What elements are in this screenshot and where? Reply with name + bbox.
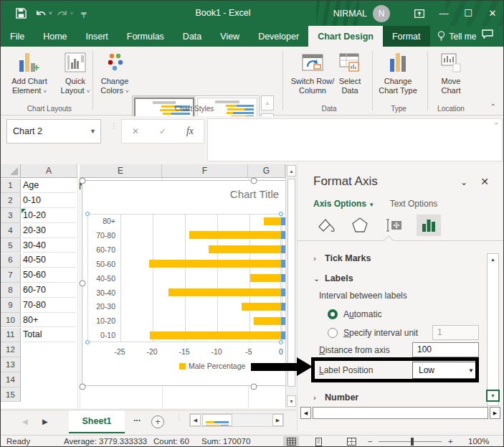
zoom-out-icon[interactable]: − <box>368 437 373 446</box>
bar-female-20-30[interactable] <box>281 303 285 311</box>
bar-female-70-80[interactable] <box>281 231 285 239</box>
more-sheets[interactable]: ... <box>133 413 141 423</box>
row-header-1[interactable]: 1 <box>1 179 21 194</box>
bar-female-80+[interactable] <box>281 217 285 225</box>
specify-interval-input[interactable]: 1 <box>432 325 479 340</box>
pane-close-icon[interactable]: ✕ <box>480 176 489 187</box>
pane-scroll-up-icon[interactable]: ▲ <box>488 255 498 265</box>
bar-male-60-70[interactable] <box>209 245 281 253</box>
cell-A1[interactable]: Age <box>23 179 76 194</box>
avatar[interactable]: N <box>373 5 390 22</box>
pane-scroll-down-icon[interactable]: ▼ <box>486 390 500 402</box>
section-tick-marks[interactable]: ›Tick Marks <box>313 253 371 263</box>
row-header-12[interactable]: 12 <box>1 342 21 357</box>
row-header-8[interactable]: 8 <box>1 283 21 298</box>
row-header-4[interactable]: 4 <box>1 223 21 238</box>
tab-format[interactable]: Format <box>383 26 430 47</box>
page-layout-view-icon[interactable] <box>310 436 326 447</box>
column-header-E[interactable]: E <box>80 164 162 178</box>
bar-female-10-20[interactable] <box>281 317 285 325</box>
tab-data[interactable]: Data <box>173 26 211 47</box>
cell-A9[interactable]: 70-80 <box>23 298 76 313</box>
ribbon-display-options-icon[interactable] <box>407 1 432 26</box>
chart-title[interactable]: Chart Title <box>186 188 296 200</box>
undo-dropdown-caret[interactable]: ˅ <box>49 10 52 17</box>
row-header-2[interactable]: 2 <box>1 193 21 208</box>
next-sheet-icon[interactable]: ▶ <box>42 418 48 425</box>
row-header-9[interactable]: 9 <box>1 298 21 313</box>
switch-row-column-button[interactable]: Switch Row/ Column <box>290 50 336 95</box>
name-box[interactable]: Chart 2 ▼ <box>6 119 101 143</box>
prev-sheet-icon[interactable]: ◀ <box>22 418 28 425</box>
comment-icon[interactable] <box>482 29 493 41</box>
tab-axis-options[interactable]: Axis Options ▼ <box>313 199 374 209</box>
minimize-button[interactable]: — <box>432 1 456 26</box>
row-header-7[interactable]: 7 <box>1 268 21 283</box>
scroll-up-icon[interactable]: ▲ <box>287 165 296 177</box>
cancel-formula-icon[interactable]: ✕ <box>132 126 139 136</box>
tab-formulas[interactable]: Formulas <box>118 26 173 47</box>
effects-icon[interactable] <box>348 215 372 236</box>
size-properties-icon[interactable] <box>382 215 406 236</box>
status-sum[interactable]: Sum: 170070 <box>201 437 250 446</box>
row-header-13[interactable]: 13 <box>1 357 21 372</box>
automatic-radio[interactable] <box>328 309 338 319</box>
row-header-11[interactable]: 11 <box>1 328 21 343</box>
row-header-15[interactable]: 15 <box>1 387 21 403</box>
redo-icon[interactable] <box>54 5 71 22</box>
scroll-left-icon[interactable]: ◀ <box>190 414 201 426</box>
column-header-G[interactable]: G <box>248 164 285 178</box>
quick-layout-button[interactable]: Quick Layout ˅ <box>52 50 98 96</box>
select-data-button[interactable]: Select Data <box>332 50 368 95</box>
chart-handle[interactable] <box>80 281 86 287</box>
bar-female-30-40[interactable] <box>281 288 285 296</box>
chart-handle[interactable] <box>80 384 86 390</box>
bar-male-30-40[interactable] <box>168 288 282 296</box>
worksheet-hscrollbar[interactable]: ◀ ▶ <box>189 413 284 427</box>
cell-A2[interactable]: 0-10 <box>23 193 76 208</box>
tab-home[interactable]: Home <box>34 26 76 47</box>
bar-male-70-80[interactable] <box>189 231 281 239</box>
specify-interval-radio[interactable] <box>328 328 338 338</box>
page-break-view-icon[interactable] <box>343 436 359 447</box>
column-header-F[interactable]: F <box>162 164 248 178</box>
bar-female-50-60[interactable] <box>281 260 285 268</box>
redo-dropdown-caret[interactable]: ˅ <box>70 10 74 17</box>
cell-A7[interactable]: 50-60 <box>23 268 76 283</box>
tab-chart-design[interactable]: Chart Design <box>308 26 383 47</box>
section-labels[interactable]: ⌄Labels <box>313 273 353 283</box>
cell-A3[interactable]: 10-20 <box>23 208 76 223</box>
distance-from-axis-input[interactable]: 100 <box>412 342 479 357</box>
zoom-slider-thumb[interactable] <box>411 438 414 446</box>
cell-A11[interactable]: Total <box>23 328 76 343</box>
fill-line-icon[interactable] <box>313 215 338 236</box>
tab-tell-me[interactable]: Tell me <box>430 26 484 47</box>
cell-A10[interactable]: 80+ <box>23 313 76 328</box>
add-chart-element-button[interactable]: + Add Chart Element ˅ <box>6 50 52 96</box>
normal-view-icon[interactable] <box>283 436 299 447</box>
tab-view[interactable]: View <box>211 26 249 47</box>
tab-insert[interactable]: Insert <box>77 26 118 47</box>
close-button[interactable]: ✕ <box>480 1 504 26</box>
save-icon[interactable] <box>12 5 29 22</box>
row-header-5[interactable]: 5 <box>1 238 21 253</box>
zoom-slider[interactable] <box>379 441 442 442</box>
undo-icon[interactable] <box>32 5 49 22</box>
change-colors-button[interactable]: Change Colors ˅ <box>95 50 135 96</box>
chart-object[interactable]: Chart Title Male Percentage Fem -25-20-1… <box>82 180 285 386</box>
customize-qat-icon[interactable]: ╤ <box>75 5 92 22</box>
maximize-button[interactable]: ☐ <box>456 1 480 26</box>
change-chart-type-button[interactable]: Change Chart Type <box>375 50 421 95</box>
pane-vscrollbar[interactable]: ▲ <box>487 253 499 406</box>
chart-handle[interactable] <box>80 178 86 184</box>
zoom-in-icon[interactable]: + <box>448 437 453 446</box>
enter-formula-icon[interactable]: ✓ <box>159 126 166 136</box>
cell-A6[interactable]: 40-50 <box>23 253 76 268</box>
legend-male[interactable]: Male Percentage <box>179 362 245 370</box>
row-header-3[interactable]: 3 <box>1 208 21 223</box>
row-header-10[interactable]: 10 <box>1 313 21 328</box>
bar-male-0-10[interactable] <box>150 331 281 339</box>
bar-female-60-70[interactable] <box>281 245 285 253</box>
scroll-right-icon[interactable]: ▶ <box>272 414 283 426</box>
bar-female-0-10[interactable] <box>281 331 285 339</box>
